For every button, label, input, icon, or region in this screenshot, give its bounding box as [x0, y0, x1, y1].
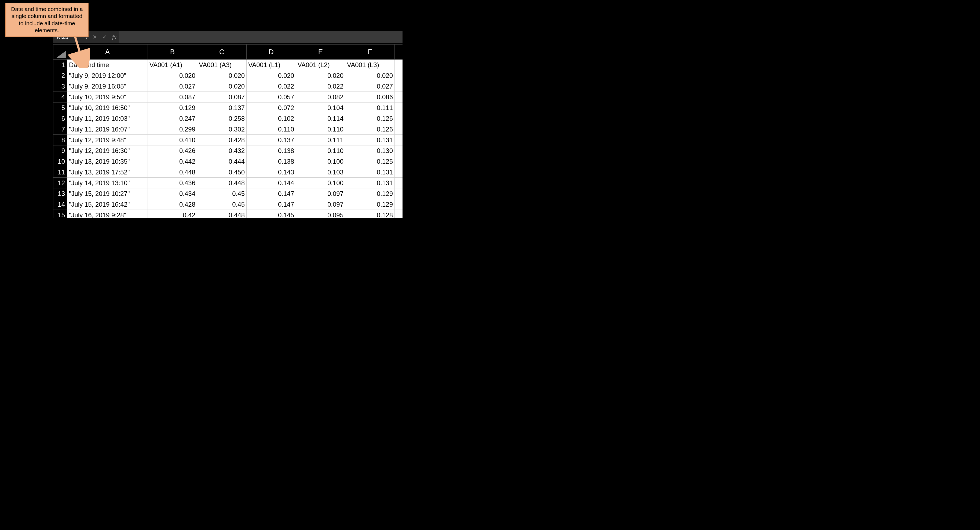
cell[interactable]: 0.258	[197, 113, 247, 124]
cell[interactable]: 0.020	[148, 70, 197, 81]
cell[interactable]: 0.143	[247, 167, 296, 178]
cell[interactable]	[395, 178, 403, 188]
cell[interactable]: 0.027	[148, 81, 197, 92]
cell[interactable]: "July 12, 2019 9:48"	[67, 135, 148, 145]
cell[interactable]: 0.45	[197, 188, 247, 199]
cell[interactable]: VA001 (L2)	[296, 60, 345, 70]
row-header[interactable]: 7	[53, 124, 67, 135]
cell[interactable]: 0.138	[247, 156, 296, 167]
cell[interactable]: 0.128	[345, 210, 395, 218]
cell[interactable]: "July 14, 2019 13:10"	[67, 178, 148, 188]
cell[interactable]: 0.086	[345, 92, 395, 102]
col-header-B[interactable]: B	[148, 45, 197, 60]
row-header[interactable]: 6	[53, 113, 67, 124]
cell[interactable]: VA001 (A3)	[197, 60, 247, 70]
cell[interactable]: 0.082	[296, 92, 345, 102]
cell[interactable]: 0.125	[345, 156, 395, 167]
cell[interactable]: 0.144	[247, 178, 296, 188]
cell[interactable]: 0.131	[345, 167, 395, 178]
col-header-E[interactable]: E	[296, 45, 345, 60]
cell[interactable]: 0.020	[247, 70, 296, 81]
cell[interactable]: "July 13, 2019 17:52"	[67, 167, 148, 178]
col-header-F[interactable]: F	[345, 45, 395, 60]
cell[interactable]: Date and time	[67, 60, 148, 70]
cell[interactable]	[395, 124, 403, 135]
cell[interactable]: 0.129	[345, 199, 395, 210]
cell[interactable]	[395, 81, 403, 92]
cell[interactable]	[395, 210, 403, 218]
cell[interactable]	[395, 199, 403, 210]
spreadsheet-grid[interactable]: A B C D E F 1 Date and time VA001 (A1) V…	[53, 44, 402, 218]
row-header[interactable]: 12	[53, 178, 67, 188]
cell[interactable]: 0.100	[296, 156, 345, 167]
cell[interactable]: 0.087	[148, 92, 197, 102]
cell[interactable]: 0.247	[148, 113, 197, 124]
cell[interactable]: 0.410	[148, 135, 197, 145]
cell[interactable]: 0.102	[247, 113, 296, 124]
cell[interactable]: 0.434	[148, 188, 197, 199]
cell[interactable]: 0.131	[345, 178, 395, 188]
cell[interactable]: 0.100	[296, 178, 345, 188]
fx-label[interactable]: fx	[110, 33, 119, 41]
cell[interactable]: 0.299	[148, 124, 197, 135]
cell[interactable]: 0.126	[345, 124, 395, 135]
cell[interactable]: 0.110	[296, 145, 345, 156]
cell[interactable]	[395, 92, 403, 102]
row-header[interactable]: 10	[53, 156, 67, 167]
cell[interactable]: 0.110	[247, 124, 296, 135]
row-header[interactable]: 8	[53, 135, 67, 145]
cell[interactable]: 0.432	[197, 145, 247, 156]
cell[interactable]: 0.103	[296, 167, 345, 178]
cell[interactable]: 0.428	[148, 199, 197, 210]
cell[interactable]: "July 10, 2019 16:50"	[67, 102, 148, 113]
col-header-A[interactable]: A	[67, 45, 148, 60]
cell[interactable]: "July 13, 2019 10:35"	[67, 156, 148, 167]
cell[interactable]: 0.020	[296, 70, 345, 81]
cell[interactable]: 0.087	[197, 92, 247, 102]
cell[interactable]	[395, 70, 403, 81]
cell[interactable]: 0.436	[148, 178, 197, 188]
cell[interactable]	[395, 60, 403, 70]
row-header[interactable]: 15	[53, 210, 67, 218]
cell[interactable]: "July 9, 2019 16:05"	[67, 81, 148, 92]
cell[interactable]: 0.095	[296, 210, 345, 218]
cell[interactable]	[395, 188, 403, 199]
cell[interactable]: "July 10, 2019 9:50"	[67, 92, 148, 102]
col-header-blank[interactable]	[395, 45, 403, 60]
cell[interactable]: 0.104	[296, 102, 345, 113]
formula-input[interactable]	[119, 31, 402, 43]
cell[interactable]: 0.111	[296, 135, 345, 145]
cell[interactable]: 0.020	[197, 70, 247, 81]
select-all-corner[interactable]	[53, 45, 67, 60]
cell[interactable]: 0.426	[148, 145, 197, 156]
cell[interactable]: 0.129	[345, 188, 395, 199]
row-header[interactable]: 1	[53, 60, 67, 70]
cell[interactable]: 0.097	[296, 188, 345, 199]
cell[interactable]: 0.130	[345, 145, 395, 156]
cell[interactable]: "July 12, 2019 16:30"	[67, 145, 148, 156]
col-header-D[interactable]: D	[247, 45, 296, 60]
accept-formula-icon[interactable]: ✓	[100, 34, 110, 40]
cell[interactable]: 0.444	[197, 156, 247, 167]
cell[interactable]: VA001 (L3)	[345, 60, 395, 70]
cell[interactable]	[395, 145, 403, 156]
cell[interactable]: "July 11, 2019 10:03"	[67, 113, 148, 124]
row-header[interactable]: 9	[53, 145, 67, 156]
cell[interactable]: 0.147	[247, 188, 296, 199]
cell[interactable]: 0.020	[345, 70, 395, 81]
cell[interactable]: 0.448	[148, 167, 197, 178]
cell[interactable]: 0.302	[197, 124, 247, 135]
cell[interactable]: 0.137	[247, 135, 296, 145]
cell[interactable]: 0.448	[197, 210, 247, 218]
cell[interactable]: 0.129	[148, 102, 197, 113]
cell[interactable]: "July 15, 2019 10:27"	[67, 188, 148, 199]
cell[interactable]: 0.027	[345, 81, 395, 92]
cell[interactable]: VA001 (A1)	[148, 60, 197, 70]
cell[interactable]: 0.126	[345, 113, 395, 124]
cell[interactable]: 0.110	[296, 124, 345, 135]
cell[interactable]: 0.057	[247, 92, 296, 102]
cell[interactable]: 0.114	[296, 113, 345, 124]
col-header-C[interactable]: C	[197, 45, 247, 60]
cell[interactable]: 0.45	[197, 199, 247, 210]
row-header[interactable]: 2	[53, 70, 67, 81]
